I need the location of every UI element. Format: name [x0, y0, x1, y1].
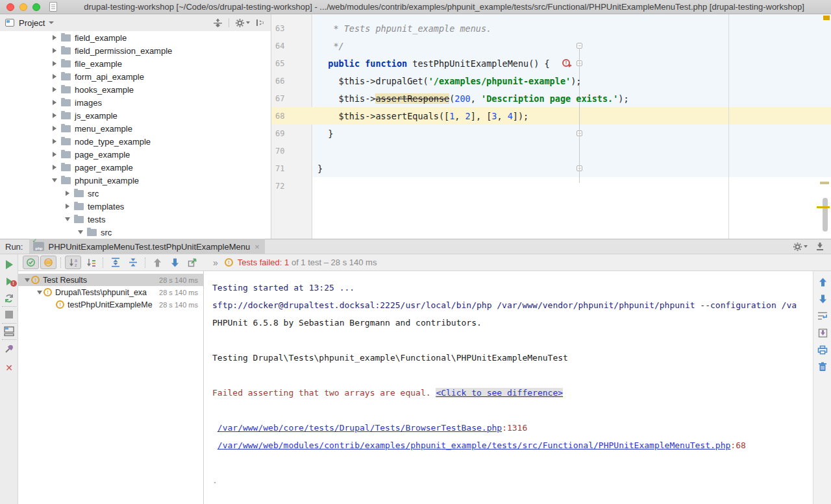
collapsed-arrow-icon[interactable] — [51, 100, 58, 105]
tree-item[interactable]: phpunit_example — [0, 174, 271, 187]
rerun-failed-tests-button[interactable]: ! — [0, 276, 18, 287]
expand-all-button[interactable] — [107, 256, 123, 269]
rerun-tests-button[interactable] — [0, 259, 18, 270]
folder-icon — [61, 138, 71, 145]
code-line[interactable]: } — [317, 125, 831, 142]
code-line[interactable]: $this->assertEquals([1, 2], [3, 4]); — [317, 107, 831, 125]
tree-item[interactable]: tests — [0, 213, 271, 226]
line-number: 66 — [275, 72, 284, 90]
tree-item[interactable]: src — [0, 226, 271, 239]
tree-item-label: hooks_example — [75, 85, 134, 95]
pin-icon — [5, 344, 14, 354]
down-stack-trace-button[interactable] — [813, 293, 831, 305]
collapsed-arrow-icon[interactable] — [51, 74, 58, 79]
tree-item-label: src — [88, 189, 99, 198]
collapsed-arrow-icon[interactable] — [51, 61, 58, 66]
tree-item[interactable]: images — [0, 96, 271, 109]
close-window-button[interactable] — [6, 3, 14, 11]
collapsed-arrow-icon[interactable] — [51, 87, 58, 92]
code-line[interactable]: */ — [317, 37, 831, 54]
tree-item[interactable]: pager_example — [0, 161, 271, 174]
restore-layout-button[interactable] — [0, 326, 18, 337]
code-editor[interactable]: 63646566676869707172 −−!−− * Tests phpun… — [271, 14, 831, 239]
see-difference-link[interactable]: <Click to see difference> — [436, 388, 563, 398]
next-failed-test-button[interactable] — [167, 256, 183, 269]
close-tab-icon[interactable]: × — [254, 242, 260, 252]
folder-icon — [61, 34, 71, 42]
tree-item[interactable]: field_example — [0, 31, 271, 44]
run-panel-label: Run: — [5, 242, 23, 252]
expanded-arrow-icon[interactable] — [51, 178, 58, 182]
tree-item[interactable]: node_type_example — [0, 135, 271, 148]
minimize-window-button[interactable] — [19, 3, 27, 11]
code-line[interactable] — [317, 177, 831, 195]
collapsed-arrow-icon[interactable] — [64, 191, 71, 196]
collapsed-arrow-icon[interactable] — [51, 139, 58, 144]
tree-item[interactable]: file_example — [0, 57, 271, 70]
collapsed-arrow-icon[interactable] — [51, 113, 58, 118]
code-line[interactable]: * Tests phpunit_example menus. — [317, 19, 831, 37]
collapsed-arrow-icon[interactable] — [51, 126, 58, 131]
clear-all-button[interactable] — [813, 361, 831, 372]
error-stripe-mark-current[interactable] — [817, 206, 830, 208]
collapsed-arrow-icon[interactable] — [51, 165, 58, 170]
collapsed-arrow-icon[interactable] — [51, 35, 58, 40]
soft-wrap-button[interactable] — [813, 310, 831, 322]
collapsed-arrow-icon[interactable] — [51, 48, 58, 53]
hide-panel-icon[interactable] — [256, 18, 265, 27]
sort-by-duration-button[interactable] — [82, 256, 99, 269]
code-line[interactable]: } — [317, 160, 831, 177]
expanded-arrow-icon[interactable] — [77, 230, 84, 234]
print-button[interactable] — [813, 344, 831, 355]
code-line[interactable] — [317, 142, 831, 160]
error-stripe-mark-warning[interactable] — [820, 182, 829, 184]
expanded-arrow-icon[interactable] — [36, 291, 43, 294]
import-test-results-button[interactable] — [184, 256, 201, 269]
error-stripe-mark-top[interactable] — [823, 16, 830, 20]
test-tree-row[interactable]: !testPhpUnitExampleMe28 s 140 ms — [18, 298, 203, 311]
close-run-panel-button[interactable]: ✕ — [0, 362, 18, 374]
editor-scrollbar-thumb[interactable] — [823, 198, 828, 232]
test-console-output[interactable]: Testing started at 13:25 ...sftp://docke… — [204, 271, 813, 504]
pin-tab-button[interactable] — [0, 342, 18, 354]
project-panel-title[interactable]: Project — [19, 18, 45, 28]
show-passed-button[interactable] — [23, 256, 39, 269]
run-settings-button[interactable] — [793, 242, 808, 252]
tree-item[interactable]: menu_example — [0, 122, 271, 135]
sort-alphabetically-button[interactable]: az — [65, 256, 81, 269]
collapsed-arrow-icon[interactable] — [64, 204, 71, 209]
tree-item[interactable]: page_example — [0, 148, 271, 161]
project-view-dropdown-icon[interactable] — [49, 21, 54, 24]
tree-item[interactable]: field_permission_example — [0, 44, 271, 57]
test-tree-row[interactable]: !Test Results28 s 140 ms — [18, 274, 203, 286]
more-actions-chevron[interactable]: » — [213, 258, 218, 268]
code-line[interactable]: public function testPhpUnitExampleMenu()… — [317, 54, 831, 72]
tree-item[interactable]: js_example — [0, 109, 271, 122]
stack-trace-file-link[interactable]: /var/www/web/modules/contrib/examples/ph… — [217, 440, 731, 450]
collapse-all-icon[interactable] — [213, 18, 223, 28]
tree-item[interactable]: src — [0, 187, 271, 200]
collapsed-arrow-icon[interactable] — [51, 152, 58, 157]
code-line[interactable]: $this->drupalGet('/examples/phpunit-exam… — [317, 72, 831, 90]
show-ignored-button[interactable] — [40, 256, 56, 269]
run-tab[interactable]: php PHPUnitExampleMenuTest.testPhpUnitEx… — [29, 239, 264, 254]
code-area[interactable]: * Tests phpunit_example menus. */ public… — [317, 19, 831, 195]
stack-trace-file-link[interactable]: /var/www/web/core/tests/Drupal/Tests/Bro… — [217, 423, 502, 433]
previous-failed-test-button[interactable] — [149, 256, 166, 269]
expanded-arrow-icon[interactable] — [23, 278, 31, 282]
scroll-to-end-button[interactable] — [813, 327, 831, 339]
hide-run-panel-icon[interactable] — [815, 242, 825, 251]
tree-item[interactable]: form_api_example — [0, 70, 271, 83]
toggle-auto-test-button[interactable] — [0, 293, 18, 304]
expanded-arrow-icon[interactable] — [64, 217, 71, 221]
collapse-all-button[interactable] — [125, 256, 141, 269]
gear-icon — [235, 18, 245, 28]
zoom-window-button[interactable] — [32, 3, 40, 11]
project-settings-button[interactable] — [235, 18, 250, 28]
test-tree-row[interactable]: !Drupal\Tests\phpunit_exa28 s 140 ms — [18, 286, 203, 298]
stop-button[interactable] — [0, 309, 18, 320]
tree-item[interactable]: templates — [0, 200, 271, 213]
up-stack-trace-button[interactable] — [813, 276, 831, 288]
tree-item[interactable]: hooks_example — [0, 83, 271, 96]
code-line[interactable]: $this->assertResponse(200, 'Description … — [317, 90, 831, 107]
